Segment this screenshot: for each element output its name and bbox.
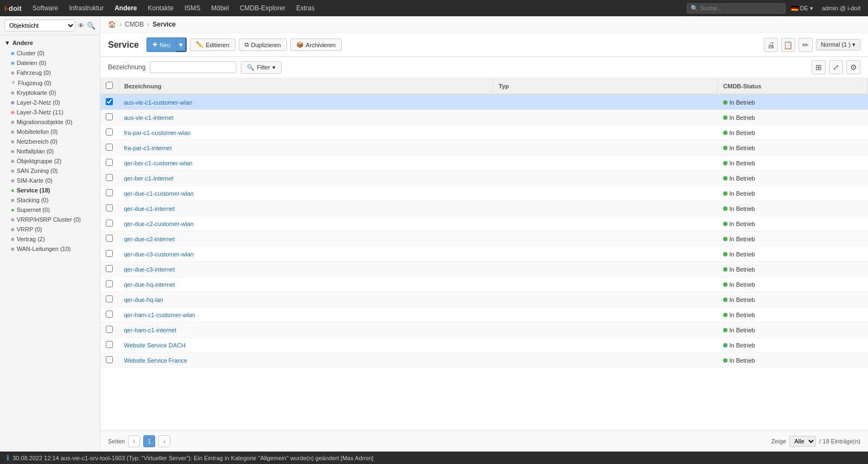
row-bezeichnung[interactable]: qer-due-c2-internet	[119, 231, 493, 247]
edit-button[interactable]: ✏️ Editieren	[190, 38, 235, 51]
row-checkbox[interactable]	[106, 189, 113, 196]
sidebar-item-sim[interactable]: ■ SIM-Karte (0)	[0, 176, 100, 185]
row-checkbox[interactable]	[106, 204, 113, 211]
row-bezeichnung[interactable]: fra-par-c1-internet	[119, 140, 493, 156]
view-select[interactable]: Objektsicht	[4, 20, 75, 31]
archive-button[interactable]: 📦 Archivieren	[290, 38, 342, 51]
row-bezeichnung[interactable]: qer-ham-c1-customer-wlan	[119, 307, 493, 323]
nav-cmdb-explorer[interactable]: CMDB-Explorer	[235, 2, 290, 14]
settings-icon[interactable]: ⚙	[846, 60, 860, 74]
search-sidebar-icon[interactable]: 🔍	[87, 22, 95, 30]
sidebar-item-vrrp-hsrp[interactable]: ■ VRRP/HSRP Cluster (0)	[0, 215, 100, 224]
columns-icon[interactable]: ⊞	[812, 60, 826, 74]
row-bezeichnung[interactable]: qer-due-c1-customer-wlan	[119, 186, 493, 201]
sidebar-item-wan[interactable]: ■ WAN-Leitungen (10)	[0, 244, 100, 254]
nav-andere[interactable]: Andere	[110, 2, 141, 14]
sidebar-item-netzbereich[interactable]: ■ Netzbereich (0)	[0, 137, 100, 146]
row-bezeichnung[interactable]: aus-vie-c1-customer-wlan	[119, 94, 493, 110]
page-1-button[interactable]: 1	[143, 435, 155, 447]
home-icon[interactable]: 🏠	[108, 21, 116, 28]
col-typ-header[interactable]: Typ	[493, 78, 718, 94]
sidebar-item-mobiltelefon[interactable]: ■ Mobiltelefon (0)	[0, 127, 100, 137]
row-bezeichnung[interactable]: qer-due-hq-internet	[119, 277, 493, 292]
next-page-button[interactable]: ›	[158, 435, 170, 447]
sidebar-item-notfallplan[interactable]: ■ Notfallplan (0)	[0, 146, 100, 156]
nav-mobel[interactable]: Möbel	[207, 2, 233, 14]
sidebar-item-migration[interactable]: ■ Migrationsobjekte (0)	[0, 117, 100, 127]
normal-badge[interactable]: Normal (1 ) ▾	[816, 39, 860, 50]
row-bezeichnung[interactable]: qer-ber-c1-customer-wlan	[119, 156, 493, 171]
new-button[interactable]: ✚ Neu	[146, 37, 176, 52]
eye-icon[interactable]: 👁	[78, 22, 85, 30]
sidebar-item-supernet[interactable]: ● Supernet (0)	[0, 205, 100, 215]
sidebar-item-fahrzeug[interactable]: ■ Fahrzeug (0)	[0, 68, 100, 78]
user-badge[interactable]: admin @ i-doit	[819, 5, 864, 11]
row-bezeichnung[interactable]: qer-ham-c1-internet	[119, 323, 493, 338]
row-bezeichnung[interactable]: qer-ber-c1-internet	[119, 171, 493, 186]
sidebar-item-stacking[interactable]: ■ Stacking (0)	[0, 195, 100, 205]
row-bezeichnung[interactable]: qer-due-c1-internet	[119, 201, 493, 216]
export-button[interactable]: 📋	[781, 38, 795, 52]
filter-button[interactable]: 🔍 Filter ▾	[241, 61, 281, 74]
filter-input[interactable]	[150, 61, 237, 73]
edit-cols-button[interactable]: ✏	[799, 38, 813, 52]
locale-badge[interactable]: 🇩🇪 DE ▾	[788, 5, 816, 12]
nav-infrastruktur[interactable]: Infrastruktur	[65, 2, 108, 14]
row-checkbox[interactable]	[106, 265, 113, 272]
row-checkbox[interactable]	[106, 159, 113, 166]
sidebar-item-vertrag[interactable]: ■ Vertrag (2)	[0, 234, 100, 244]
prev-page-button[interactable]: ‹	[128, 435, 140, 447]
row-checkbox[interactable]	[106, 295, 113, 302]
sidebar-item-kryptokarte[interactable]: ■ Kryptokarte (0)	[0, 88, 100, 98]
print-button[interactable]: 🖨	[764, 38, 778, 52]
row-checkbox[interactable]	[106, 235, 113, 242]
search-input[interactable]	[700, 5, 782, 11]
row-bezeichnung[interactable]: Website Service France	[119, 353, 493, 368]
row-checkbox[interactable]	[106, 311, 113, 318]
row-checkbox-cell	[100, 353, 119, 368]
row-checkbox[interactable]	[106, 113, 113, 120]
sidebar-item-label: Netzbereich (0)	[17, 138, 58, 145]
nav-kontakte[interactable]: Kontakte	[144, 2, 178, 14]
sidebar-item-dateien[interactable]: ■ Dateien (0)	[0, 58, 100, 68]
nav-extras[interactable]: Extras	[292, 2, 319, 14]
sidebar-item-objektgruppe[interactable]: ■ Objektgruppe (2)	[0, 156, 100, 166]
row-checkbox[interactable]	[106, 341, 113, 348]
expand-icon[interactable]: ⤢	[829, 60, 843, 74]
sidebar-item-san[interactable]: ■ SAN Zoning (0)	[0, 166, 100, 176]
row-checkbox[interactable]	[106, 174, 113, 181]
row-bezeichnung[interactable]: qer-due-c3-customer-wlan	[119, 247, 493, 262]
row-checkbox[interactable]	[106, 280, 113, 287]
row-bezeichnung[interactable]: Website Service DACH	[119, 338, 493, 353]
row-checkbox[interactable]	[106, 144, 113, 151]
row-checkbox[interactable]	[106, 128, 113, 136]
sidebar-section-andere[interactable]: ▼ Andere	[0, 37, 100, 48]
sidebar-item-layer2[interactable]: ■ Layer-2-Netz (0)	[0, 98, 100, 107]
col-bezeichnung-header[interactable]: Bezeichnung	[119, 78, 493, 94]
nav-isms[interactable]: ISMS	[180, 2, 205, 14]
row-checkbox[interactable]	[106, 326, 113, 333]
row-bezeichnung[interactable]: qer-due-c3-internet	[119, 262, 493, 277]
select-all-checkbox[interactable]	[106, 82, 113, 89]
row-checkbox[interactable]	[106, 250, 113, 257]
row-bezeichnung[interactable]: aus-vie-c1-internet	[119, 110, 493, 125]
row-checkbox[interactable]	[106, 98, 113, 105]
row-bezeichnung[interactable]: qer-due-hq-lan	[119, 292, 493, 307]
col-status-header[interactable]: CMDB-Status	[718, 78, 868, 94]
new-dropdown-arrow[interactable]: ▾	[176, 37, 187, 52]
row-bezeichnung[interactable]: qer-due-c2-customer-wlan	[119, 216, 493, 231]
sidebar-item-cluster[interactable]: ■ Cluster (0)	[0, 48, 100, 58]
breadcrumb-cmdb[interactable]: CMDB	[125, 21, 144, 28]
nav-software[interactable]: Software	[28, 2, 62, 14]
sidebar-item-flugzeug[interactable]: ✈ Flugzeug (0)	[0, 78, 100, 88]
row-status: In Betrieb	[718, 307, 868, 323]
sidebar-item-service[interactable]: ● Service (18)	[0, 185, 100, 195]
row-bezeichnung[interactable]: fra-par-c1-customer-wlan	[119, 125, 493, 140]
sidebar-item-layer3[interactable]: ■ Layer-3-Netz (11)	[0, 107, 100, 117]
show-select[interactable]: Alle	[789, 436, 816, 447]
table-body: aus-vie-c1-customer-wlanIn Betriebaus-vi…	[100, 94, 868, 368]
row-checkbox[interactable]	[106, 356, 113, 363]
row-checkbox[interactable]	[106, 220, 113, 227]
duplicate-button[interactable]: ⧉ Duplizieren	[239, 38, 287, 51]
sidebar-item-vrrp[interactable]: ■ VRRP (0)	[0, 224, 100, 234]
